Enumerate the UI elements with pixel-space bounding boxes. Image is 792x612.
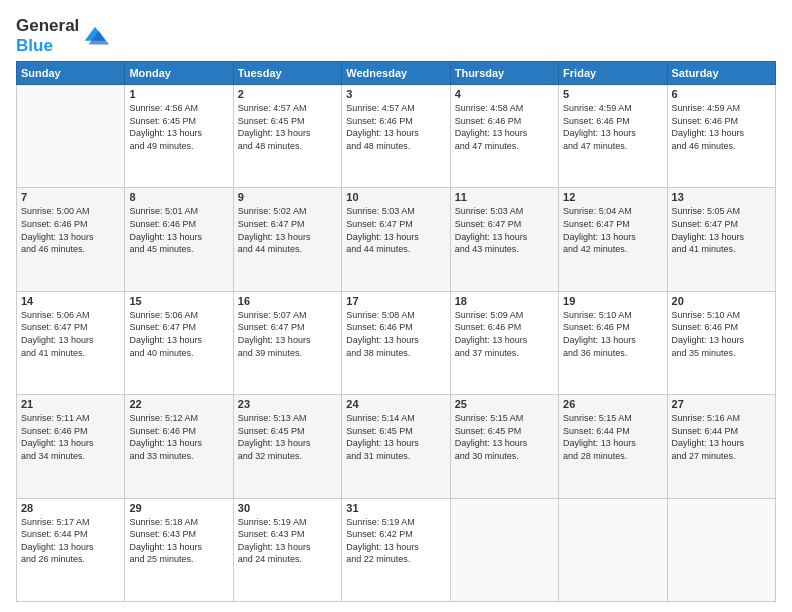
daylight-line1: Daylight: 13 hours — [455, 128, 528, 138]
daylight-line1: Daylight: 13 hours — [129, 232, 202, 242]
daylight-line2: and 47 minutes. — [455, 141, 519, 151]
daylight-line2: and 33 minutes. — [129, 451, 193, 461]
week-row-1: 1Sunrise: 4:56 AMSunset: 6:45 PMDaylight… — [17, 85, 776, 188]
daylight-line1: Daylight: 13 hours — [672, 232, 745, 242]
day-number: 1 — [129, 88, 228, 100]
day-info: Sunrise: 5:05 AMSunset: 6:47 PMDaylight:… — [672, 205, 771, 255]
sunset-text: Sunset: 6:46 PM — [563, 116, 630, 126]
day-info: Sunrise: 4:56 AMSunset: 6:45 PMDaylight:… — [129, 102, 228, 152]
calendar-cell: 28Sunrise: 5:17 AMSunset: 6:44 PMDayligh… — [17, 498, 125, 601]
sunrise-text: Sunrise: 5:09 AM — [455, 310, 524, 320]
sunset-text: Sunset: 6:47 PM — [238, 219, 305, 229]
sunset-text: Sunset: 6:46 PM — [455, 116, 522, 126]
calendar-cell: 4Sunrise: 4:58 AMSunset: 6:46 PMDaylight… — [450, 85, 558, 188]
calendar-cell: 11Sunrise: 5:03 AMSunset: 6:47 PMDayligh… — [450, 188, 558, 291]
daylight-line1: Daylight: 13 hours — [563, 438, 636, 448]
calendar-cell: 15Sunrise: 5:06 AMSunset: 6:47 PMDayligh… — [125, 291, 233, 394]
calendar-cell: 2Sunrise: 4:57 AMSunset: 6:45 PMDaylight… — [233, 85, 341, 188]
sunrise-text: Sunrise: 5:15 AM — [455, 413, 524, 423]
weekday-header-sunday: Sunday — [17, 62, 125, 85]
day-number: 28 — [21, 502, 120, 514]
daylight-line2: and 41 minutes. — [672, 244, 736, 254]
calendar-cell: 25Sunrise: 5:15 AMSunset: 6:45 PMDayligh… — [450, 395, 558, 498]
sunrise-text: Sunrise: 5:16 AM — [672, 413, 741, 423]
daylight-line2: and 26 minutes. — [21, 554, 85, 564]
daylight-line1: Daylight: 13 hours — [563, 232, 636, 242]
day-number: 27 — [672, 398, 771, 410]
daylight-line1: Daylight: 13 hours — [238, 335, 311, 345]
sunrise-text: Sunrise: 5:00 AM — [21, 206, 90, 216]
day-number: 20 — [672, 295, 771, 307]
sunset-text: Sunset: 6:43 PM — [129, 529, 196, 539]
sunrise-text: Sunrise: 4:57 AM — [238, 103, 307, 113]
day-number: 8 — [129, 191, 228, 203]
calendar-cell: 14Sunrise: 5:06 AMSunset: 6:47 PMDayligh… — [17, 291, 125, 394]
day-info: Sunrise: 5:03 AMSunset: 6:47 PMDaylight:… — [455, 205, 554, 255]
day-info: Sunrise: 5:19 AMSunset: 6:42 PMDaylight:… — [346, 516, 445, 566]
daylight-line2: and 45 minutes. — [129, 244, 193, 254]
day-info: Sunrise: 5:04 AMSunset: 6:47 PMDaylight:… — [563, 205, 662, 255]
logo-icon — [81, 22, 109, 50]
daylight-line1: Daylight: 13 hours — [346, 335, 419, 345]
daylight-line2: and 28 minutes. — [563, 451, 627, 461]
daylight-line1: Daylight: 13 hours — [455, 335, 528, 345]
sunrise-text: Sunrise: 5:19 AM — [238, 517, 307, 527]
logo-general: General — [16, 16, 79, 35]
day-info: Sunrise: 5:14 AMSunset: 6:45 PMDaylight:… — [346, 412, 445, 462]
daylight-line1: Daylight: 13 hours — [346, 542, 419, 552]
daylight-line2: and 43 minutes. — [455, 244, 519, 254]
sunrise-text: Sunrise: 4:59 AM — [672, 103, 741, 113]
day-number: 3 — [346, 88, 445, 100]
daylight-line2: and 41 minutes. — [21, 348, 85, 358]
week-row-4: 21Sunrise: 5:11 AMSunset: 6:46 PMDayligh… — [17, 395, 776, 498]
day-info: Sunrise: 5:16 AMSunset: 6:44 PMDaylight:… — [672, 412, 771, 462]
sunset-text: Sunset: 6:47 PM — [129, 322, 196, 332]
sunrise-text: Sunrise: 5:06 AM — [21, 310, 90, 320]
daylight-line1: Daylight: 13 hours — [346, 128, 419, 138]
sunrise-text: Sunrise: 4:57 AM — [346, 103, 415, 113]
day-number: 21 — [21, 398, 120, 410]
daylight-line1: Daylight: 13 hours — [21, 542, 94, 552]
day-number: 15 — [129, 295, 228, 307]
daylight-line2: and 46 minutes. — [672, 141, 736, 151]
daylight-line1: Daylight: 13 hours — [455, 232, 528, 242]
sunset-text: Sunset: 6:46 PM — [672, 116, 739, 126]
calendar-cell: 1Sunrise: 4:56 AMSunset: 6:45 PMDaylight… — [125, 85, 233, 188]
day-number: 13 — [672, 191, 771, 203]
day-info: Sunrise: 4:59 AMSunset: 6:46 PMDaylight:… — [672, 102, 771, 152]
sunrise-text: Sunrise: 5:18 AM — [129, 517, 198, 527]
daylight-line1: Daylight: 13 hours — [346, 232, 419, 242]
calendar-cell: 31Sunrise: 5:19 AMSunset: 6:42 PMDayligh… — [342, 498, 450, 601]
daylight-line1: Daylight: 13 hours — [672, 335, 745, 345]
day-number: 6 — [672, 88, 771, 100]
day-number: 11 — [455, 191, 554, 203]
weekday-header-saturday: Saturday — [667, 62, 775, 85]
day-number: 2 — [238, 88, 337, 100]
day-info: Sunrise: 5:06 AMSunset: 6:47 PMDaylight:… — [129, 309, 228, 359]
daylight-line2: and 46 minutes. — [21, 244, 85, 254]
sunrise-text: Sunrise: 5:14 AM — [346, 413, 415, 423]
calendar-cell: 6Sunrise: 4:59 AMSunset: 6:46 PMDaylight… — [667, 85, 775, 188]
daylight-line1: Daylight: 13 hours — [238, 438, 311, 448]
calendar-table: SundayMondayTuesdayWednesdayThursdayFrid… — [16, 61, 776, 602]
daylight-line2: and 44 minutes. — [346, 244, 410, 254]
sunset-text: Sunset: 6:44 PM — [563, 426, 630, 436]
daylight-line2: and 34 minutes. — [21, 451, 85, 461]
calendar-cell: 30Sunrise: 5:19 AMSunset: 6:43 PMDayligh… — [233, 498, 341, 601]
day-number: 14 — [21, 295, 120, 307]
calendar-cell: 29Sunrise: 5:18 AMSunset: 6:43 PMDayligh… — [125, 498, 233, 601]
calendar-cell: 27Sunrise: 5:16 AMSunset: 6:44 PMDayligh… — [667, 395, 775, 498]
day-info: Sunrise: 5:18 AMSunset: 6:43 PMDaylight:… — [129, 516, 228, 566]
daylight-line1: Daylight: 13 hours — [21, 232, 94, 242]
calendar-cell: 24Sunrise: 5:14 AMSunset: 6:45 PMDayligh… — [342, 395, 450, 498]
sunrise-text: Sunrise: 4:56 AM — [129, 103, 198, 113]
calendar-cell: 10Sunrise: 5:03 AMSunset: 6:47 PMDayligh… — [342, 188, 450, 291]
daylight-line2: and 30 minutes. — [455, 451, 519, 461]
calendar-cell: 7Sunrise: 5:00 AMSunset: 6:46 PMDaylight… — [17, 188, 125, 291]
day-number: 18 — [455, 295, 554, 307]
sunrise-text: Sunrise: 5:10 AM — [563, 310, 632, 320]
day-info: Sunrise: 4:57 AMSunset: 6:46 PMDaylight:… — [346, 102, 445, 152]
calendar-cell: 8Sunrise: 5:01 AMSunset: 6:46 PMDaylight… — [125, 188, 233, 291]
day-info: Sunrise: 5:06 AMSunset: 6:47 PMDaylight:… — [21, 309, 120, 359]
sunrise-text: Sunrise: 5:02 AM — [238, 206, 307, 216]
